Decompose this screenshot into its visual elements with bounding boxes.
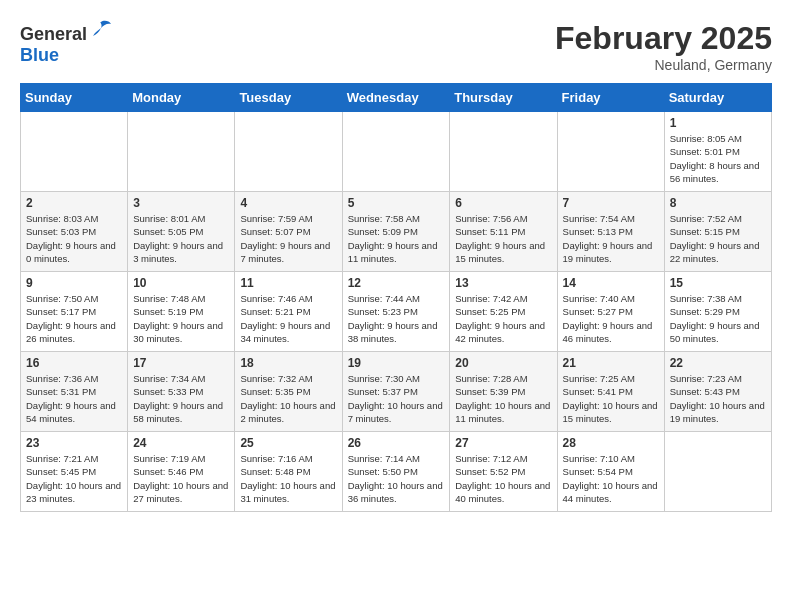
- day-number: 5: [348, 196, 445, 210]
- calendar-cell: [342, 112, 450, 192]
- weekday-header-sunday: Sunday: [21, 84, 128, 112]
- day-number: 8: [670, 196, 766, 210]
- day-info: Sunrise: 7:56 AM Sunset: 5:11 PM Dayligh…: [455, 212, 551, 265]
- day-info: Sunrise: 7:38 AM Sunset: 5:29 PM Dayligh…: [670, 292, 766, 345]
- day-info: Sunrise: 7:36 AM Sunset: 5:31 PM Dayligh…: [26, 372, 122, 425]
- day-number: 12: [348, 276, 445, 290]
- weekday-header-tuesday: Tuesday: [235, 84, 342, 112]
- calendar-cell: 1Sunrise: 8:05 AM Sunset: 5:01 PM Daylig…: [664, 112, 771, 192]
- location: Neuland, Germany: [555, 57, 772, 73]
- calendar-cell: 13Sunrise: 7:42 AM Sunset: 5:25 PM Dayli…: [450, 272, 557, 352]
- weekday-header-monday: Monday: [128, 84, 235, 112]
- day-info: Sunrise: 7:30 AM Sunset: 5:37 PM Dayligh…: [348, 372, 445, 425]
- calendar-cell: 16Sunrise: 7:36 AM Sunset: 5:31 PM Dayli…: [21, 352, 128, 432]
- logo-general: General: [20, 24, 87, 44]
- day-number: 25: [240, 436, 336, 450]
- weekday-header-row: SundayMondayTuesdayWednesdayThursdayFrid…: [21, 84, 772, 112]
- calendar-week-3: 9Sunrise: 7:50 AM Sunset: 5:17 PM Daylig…: [21, 272, 772, 352]
- day-info: Sunrise: 7:28 AM Sunset: 5:39 PM Dayligh…: [455, 372, 551, 425]
- day-info: Sunrise: 7:59 AM Sunset: 5:07 PM Dayligh…: [240, 212, 336, 265]
- calendar-cell: 17Sunrise: 7:34 AM Sunset: 5:33 PM Dayli…: [128, 352, 235, 432]
- day-info: Sunrise: 7:34 AM Sunset: 5:33 PM Dayligh…: [133, 372, 229, 425]
- calendar-cell: 7Sunrise: 7:54 AM Sunset: 5:13 PM Daylig…: [557, 192, 664, 272]
- calendar-cell: 15Sunrise: 7:38 AM Sunset: 5:29 PM Dayli…: [664, 272, 771, 352]
- calendar-cell: 28Sunrise: 7:10 AM Sunset: 5:54 PM Dayli…: [557, 432, 664, 512]
- day-number: 9: [26, 276, 122, 290]
- calendar-cell: 18Sunrise: 7:32 AM Sunset: 5:35 PM Dayli…: [235, 352, 342, 432]
- calendar-cell: 21Sunrise: 7:25 AM Sunset: 5:41 PM Dayli…: [557, 352, 664, 432]
- day-number: 21: [563, 356, 659, 370]
- day-info: Sunrise: 7:50 AM Sunset: 5:17 PM Dayligh…: [26, 292, 122, 345]
- calendar-cell: [664, 432, 771, 512]
- calendar-week-1: 1Sunrise: 8:05 AM Sunset: 5:01 PM Daylig…: [21, 112, 772, 192]
- calendar-cell: 12Sunrise: 7:44 AM Sunset: 5:23 PM Dayli…: [342, 272, 450, 352]
- day-number: 28: [563, 436, 659, 450]
- day-number: 24: [133, 436, 229, 450]
- calendar-cell: 6Sunrise: 7:56 AM Sunset: 5:11 PM Daylig…: [450, 192, 557, 272]
- day-info: Sunrise: 7:58 AM Sunset: 5:09 PM Dayligh…: [348, 212, 445, 265]
- calendar-cell: 19Sunrise: 7:30 AM Sunset: 5:37 PM Dayli…: [342, 352, 450, 432]
- day-number: 23: [26, 436, 122, 450]
- day-info: Sunrise: 7:12 AM Sunset: 5:52 PM Dayligh…: [455, 452, 551, 505]
- day-info: Sunrise: 7:42 AM Sunset: 5:25 PM Dayligh…: [455, 292, 551, 345]
- day-info: Sunrise: 7:46 AM Sunset: 5:21 PM Dayligh…: [240, 292, 336, 345]
- calendar-table: SundayMondayTuesdayWednesdayThursdayFrid…: [20, 83, 772, 512]
- calendar-cell: 26Sunrise: 7:14 AM Sunset: 5:50 PM Dayli…: [342, 432, 450, 512]
- calendar-cell: [557, 112, 664, 192]
- logo-bird-icon: [89, 20, 113, 40]
- day-number: 13: [455, 276, 551, 290]
- day-info: Sunrise: 8:03 AM Sunset: 5:03 PM Dayligh…: [26, 212, 122, 265]
- calendar-cell: 9Sunrise: 7:50 AM Sunset: 5:17 PM Daylig…: [21, 272, 128, 352]
- day-number: 15: [670, 276, 766, 290]
- calendar-cell: 5Sunrise: 7:58 AM Sunset: 5:09 PM Daylig…: [342, 192, 450, 272]
- day-number: 11: [240, 276, 336, 290]
- calendar-cell: [450, 112, 557, 192]
- logo: General Blue: [20, 20, 113, 66]
- day-info: Sunrise: 7:52 AM Sunset: 5:15 PM Dayligh…: [670, 212, 766, 265]
- calendar-cell: 3Sunrise: 8:01 AM Sunset: 5:05 PM Daylig…: [128, 192, 235, 272]
- day-number: 20: [455, 356, 551, 370]
- day-number: 18: [240, 356, 336, 370]
- day-number: 26: [348, 436, 445, 450]
- calendar-cell: 25Sunrise: 7:16 AM Sunset: 5:48 PM Dayli…: [235, 432, 342, 512]
- day-number: 1: [670, 116, 766, 130]
- title-block: February 2025 Neuland, Germany: [555, 20, 772, 73]
- weekday-header-friday: Friday: [557, 84, 664, 112]
- calendar-cell: 27Sunrise: 7:12 AM Sunset: 5:52 PM Dayli…: [450, 432, 557, 512]
- day-info: Sunrise: 7:25 AM Sunset: 5:41 PM Dayligh…: [563, 372, 659, 425]
- day-info: Sunrise: 7:21 AM Sunset: 5:45 PM Dayligh…: [26, 452, 122, 505]
- calendar-cell: 24Sunrise: 7:19 AM Sunset: 5:46 PM Dayli…: [128, 432, 235, 512]
- day-number: 19: [348, 356, 445, 370]
- month-title: February 2025: [555, 20, 772, 57]
- day-info: Sunrise: 7:44 AM Sunset: 5:23 PM Dayligh…: [348, 292, 445, 345]
- logo-text: General Blue: [20, 20, 113, 66]
- calendar-cell: 23Sunrise: 7:21 AM Sunset: 5:45 PM Dayli…: [21, 432, 128, 512]
- day-number: 16: [26, 356, 122, 370]
- day-number: 3: [133, 196, 229, 210]
- calendar-cell: 14Sunrise: 7:40 AM Sunset: 5:27 PM Dayli…: [557, 272, 664, 352]
- day-info: Sunrise: 7:48 AM Sunset: 5:19 PM Dayligh…: [133, 292, 229, 345]
- calendar-cell: 8Sunrise: 7:52 AM Sunset: 5:15 PM Daylig…: [664, 192, 771, 272]
- calendar-cell: [128, 112, 235, 192]
- calendar-week-4: 16Sunrise: 7:36 AM Sunset: 5:31 PM Dayli…: [21, 352, 772, 432]
- day-info: Sunrise: 7:23 AM Sunset: 5:43 PM Dayligh…: [670, 372, 766, 425]
- day-info: Sunrise: 7:14 AM Sunset: 5:50 PM Dayligh…: [348, 452, 445, 505]
- calendar-cell: 11Sunrise: 7:46 AM Sunset: 5:21 PM Dayli…: [235, 272, 342, 352]
- calendar-week-2: 2Sunrise: 8:03 AM Sunset: 5:03 PM Daylig…: [21, 192, 772, 272]
- day-info: Sunrise: 8:05 AM Sunset: 5:01 PM Dayligh…: [670, 132, 766, 185]
- calendar-week-5: 23Sunrise: 7:21 AM Sunset: 5:45 PM Dayli…: [21, 432, 772, 512]
- day-info: Sunrise: 7:32 AM Sunset: 5:35 PM Dayligh…: [240, 372, 336, 425]
- logo-blue: Blue: [20, 45, 59, 65]
- day-info: Sunrise: 8:01 AM Sunset: 5:05 PM Dayligh…: [133, 212, 229, 265]
- calendar-cell: [235, 112, 342, 192]
- weekday-header-wednesday: Wednesday: [342, 84, 450, 112]
- calendar-cell: [21, 112, 128, 192]
- day-info: Sunrise: 7:19 AM Sunset: 5:46 PM Dayligh…: [133, 452, 229, 505]
- day-info: Sunrise: 7:54 AM Sunset: 5:13 PM Dayligh…: [563, 212, 659, 265]
- day-number: 7: [563, 196, 659, 210]
- calendar-cell: 20Sunrise: 7:28 AM Sunset: 5:39 PM Dayli…: [450, 352, 557, 432]
- day-info: Sunrise: 7:16 AM Sunset: 5:48 PM Dayligh…: [240, 452, 336, 505]
- weekday-header-thursday: Thursday: [450, 84, 557, 112]
- day-number: 22: [670, 356, 766, 370]
- weekday-header-saturday: Saturday: [664, 84, 771, 112]
